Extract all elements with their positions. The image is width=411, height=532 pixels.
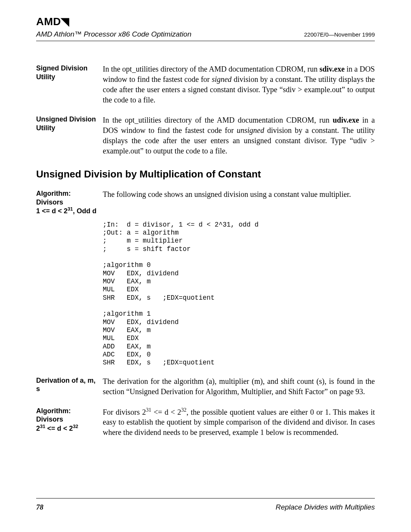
section-code: ;In: d = divisor, 1 <= d < 2^31, odd d ;…: [36, 221, 375, 367]
footer-title: Replace Divides with Multiplies: [276, 503, 375, 511]
amd-logo: AMD◥: [36, 15, 375, 28]
side-label-deriv: Derivation of a, m, s: [36, 376, 103, 393]
section-alg1: Algorithm: Divisors 1 <= d < 231, Odd d …: [36, 189, 375, 216]
side-label-alg1: Algorithm: Divisors 1 <= d < 231, Odd d: [36, 189, 103, 216]
heading-unsigned-mult: Unsigned Division by Multiplication of C…: [36, 168, 375, 180]
footer-rule: [36, 498, 375, 498]
code-block-algorithms: ;In: d = divisor, 1 <= d < 2^31, odd d ;…: [103, 221, 375, 367]
side-label-unsigned: Unsigned Division Utility: [36, 115, 103, 132]
header-row: AMD Athlon™ Processor x86 Code Optimizat…: [36, 30, 375, 38]
body-deriv: The derivation for the algorithm (a), mu…: [103, 376, 375, 397]
page-number: 78: [36, 503, 43, 511]
section-signed-division: Signed Division Utility In the opt_utili…: [36, 64, 375, 105]
logo-text: AMD: [36, 16, 61, 27]
body-alg2: For divisors 231 <= d < 232, the possibl…: [103, 407, 375, 438]
header-rule: [36, 41, 375, 41]
section-unsigned-division: Unsigned Division Utility In the opt_uti…: [36, 115, 375, 156]
body-signed: In the opt_utilities directory of the AM…: [103, 64, 375, 105]
body-unsigned: In the opt_utilities directory of the AM…: [103, 115, 375, 156]
side-label-signed: Signed Division Utility: [36, 64, 103, 81]
side-label-alg2: Algorithm: Divisors 231 <= d < 232: [36, 407, 103, 433]
footer-row: 78 Replace Divides with Multiplies: [36, 503, 375, 511]
body-alg1: The following code shows an unsigned div…: [103, 189, 375, 200]
section-derivation: Derivation of a, m, s The derivation for…: [36, 376, 375, 397]
section-alg2: Algorithm: Divisors 231 <= d < 232 For d…: [36, 407, 375, 438]
amd-arrow-icon: ◥: [61, 15, 70, 28]
doc-meta: 22007E/0—November 1999: [304, 31, 375, 38]
doc-title: AMD Athlon™ Processor x86 Code Optimizat…: [36, 30, 191, 38]
